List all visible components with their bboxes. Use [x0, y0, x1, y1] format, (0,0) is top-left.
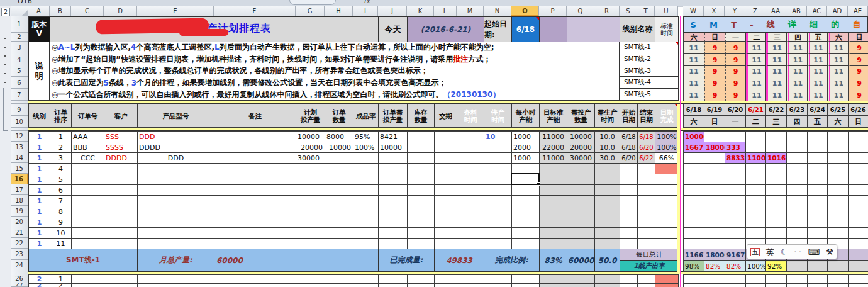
cell[interactable] [484, 275, 512, 284]
cell[interactable] [828, 217, 849, 228]
cell[interactable] [849, 249, 868, 261]
cell[interactable]: 9 [704, 54, 725, 66]
cell[interactable]: C [71, 6, 104, 16]
cell[interactable]: 11 [808, 42, 828, 54]
cell[interactable] [214, 275, 296, 284]
cell[interactable] [325, 153, 353, 164]
cell[interactable] [138, 185, 214, 196]
cell[interactable] [457, 185, 484, 196]
cell[interactable] [435, 196, 457, 206]
cell[interactable]: 1 [29, 228, 50, 239]
ratio-label[interactable]: 完成比例: [484, 249, 540, 272]
cell[interactable]: U [655, 6, 678, 16]
cell[interactable] [353, 164, 379, 174]
cell[interactable] [214, 217, 296, 228]
ratio-time[interactable]: 50.0 [595, 249, 620, 272]
cell[interactable] [379, 275, 408, 284]
cell[interactable] [766, 284, 787, 287]
cell[interactable] [808, 142, 828, 153]
cell[interactable] [379, 174, 408, 185]
cell[interactable]: 20000 [567, 142, 595, 153]
cell[interactable]: W [683, 6, 704, 16]
cell[interactable] [725, 217, 746, 228]
cell[interactable] [72, 174, 104, 185]
cell[interactable] [725, 284, 746, 287]
cell[interactable]: 11667 [684, 249, 704, 261]
cell[interactable]: 6 [50, 185, 72, 196]
version-cell[interactable]: 版本V [29, 17, 50, 42]
cell[interactable] [138, 284, 214, 287]
cell[interactable] [638, 206, 655, 217]
cell[interactable]: SMT线-2 [620, 53, 655, 65]
cell[interactable]: 66% [655, 153, 679, 164]
cell[interactable]: 15 [11, 163, 28, 174]
cell[interactable]: 10 [50, 228, 72, 239]
cell[interactable] [457, 228, 484, 239]
cell[interactable] [325, 206, 353, 217]
cell[interactable] [296, 174, 325, 185]
cell[interactable]: 20 [11, 217, 28, 227]
cell[interactable] [725, 206, 746, 217]
cell[interactable] [104, 239, 138, 249]
cell[interactable]: 6/26 [849, 104, 868, 116]
cell[interactable] [766, 206, 787, 217]
cell[interactable]: 100% [655, 142, 679, 153]
cell[interactable] [296, 217, 325, 228]
cell[interactable] [104, 196, 138, 206]
cell[interactable] [704, 153, 725, 164]
cell[interactable] [595, 185, 620, 196]
cell[interactable]: 9 [725, 54, 746, 66]
cell[interactable]: SMT线-1 [620, 42, 655, 53]
cell[interactable] [766, 217, 787, 228]
cell[interactable] [704, 206, 725, 217]
cell[interactable] [353, 153, 379, 164]
cell[interactable] [620, 164, 638, 174]
cell[interactable] [655, 185, 679, 196]
cell[interactable] [353, 196, 379, 206]
cell[interactable]: 11 [828, 66, 849, 77]
cell[interactable]: 11 [746, 89, 766, 101]
cell[interactable] [214, 284, 296, 287]
cell[interactable]: 11 [50, 239, 72, 249]
cell[interactable] [849, 142, 868, 153]
cell[interactable] [620, 228, 638, 239]
cell[interactable] [787, 132, 808, 142]
cell[interactable] [684, 153, 704, 164]
summary-line-name[interactable]: SMT线-1 [29, 249, 138, 272]
cell[interactable]: 16 [11, 174, 28, 184]
cell[interactable] [849, 174, 868, 185]
cell[interactable] [684, 284, 704, 287]
cell[interactable] [746, 275, 766, 284]
cell[interactable]: L [434, 6, 457, 16]
cell[interactable] [808, 132, 828, 142]
cell[interactable] [512, 284, 540, 287]
cell[interactable] [379, 239, 408, 249]
cell[interactable]: 11 [746, 42, 766, 54]
cell[interactable]: 二 [746, 116, 766, 128]
cell[interactable] [484, 196, 512, 206]
cell[interactable] [296, 206, 325, 217]
cell[interactable]: 开始 日期 [620, 104, 638, 128]
cell[interactable]: 10167 [766, 153, 787, 164]
cell[interactable] [704, 196, 725, 206]
cell[interactable] [214, 228, 296, 239]
cell[interactable] [849, 217, 868, 228]
cell[interactable] [540, 196, 567, 206]
cell[interactable] [655, 284, 679, 287]
cell[interactable]: 11 [766, 89, 787, 101]
cell[interactable] [704, 217, 725, 228]
cell[interactable] [638, 275, 655, 284]
cell[interactable]: 齐料 时间 [457, 104, 484, 128]
ratio-qty[interactable]: 60000 [567, 249, 595, 272]
cell[interactable] [620, 217, 638, 228]
cell[interactable] [457, 275, 484, 284]
cell[interactable] [849, 164, 868, 174]
cell[interactable] [808, 164, 828, 174]
cell[interactable]: 9 [725, 89, 746, 101]
today-label-cell[interactable]: 今天 [379, 17, 408, 42]
cell[interactable] [457, 174, 484, 185]
cell[interactable]: 11 [787, 42, 808, 54]
cell[interactable]: 8833 [725, 153, 746, 164]
cell[interactable] [214, 164, 296, 174]
cell[interactable] [138, 275, 214, 284]
